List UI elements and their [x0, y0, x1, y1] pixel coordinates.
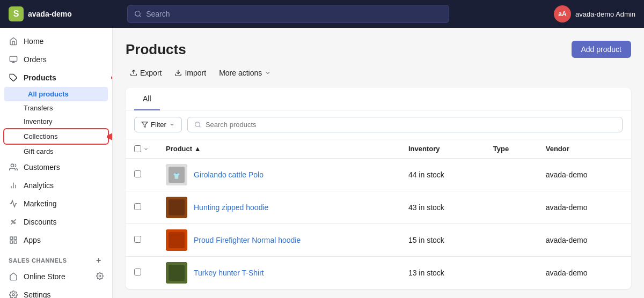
- export-label: Export: [140, 69, 162, 77]
- table-row: Turkey hunter T-Shirt 13 in stock avada-…: [126, 257, 631, 289]
- search-filter[interactable]: [187, 117, 623, 132]
- th-inventory-label: Inventory: [408, 145, 440, 153]
- sidebar-item-products[interactable]: Products: [0, 69, 112, 87]
- main-content: Products Add product Export Import More …: [113, 28, 644, 298]
- svg-text:👕: 👕: [173, 172, 180, 180]
- filter-chevron-icon: [169, 122, 175, 128]
- products-table: Product ▲ Inventory Type Vendor: [126, 139, 631, 289]
- topnav: S avada-demo Search aA avada-demo Admin: [0, 0, 644, 28]
- sidebar-sub-gift-cards[interactable]: Gift cards: [0, 145, 112, 158]
- row-type-cell: [485, 224, 537, 257]
- export-button[interactable]: Export: [126, 66, 166, 79]
- th-type-label: Type: [493, 145, 509, 153]
- row-product-cell: Turkey hunter T-Shirt: [157, 257, 400, 289]
- add-sales-channel-icon[interactable]: +: [94, 256, 104, 265]
- sidebar-item-analytics-label: Analytics: [24, 181, 54, 190]
- products-icon: [9, 73, 18, 83]
- avatar: aA: [554, 5, 571, 23]
- sidebar: Home Orders Products All products Tr: [0, 28, 113, 298]
- import-button[interactable]: Import: [170, 66, 210, 79]
- row-checkbox[interactable]: [134, 170, 141, 177]
- shopify-logo-icon: S: [9, 6, 24, 21]
- online-store-settings-icon[interactable]: [96, 272, 104, 281]
- svg-rect-14: [14, 237, 17, 240]
- row-type-cell: [485, 159, 537, 191]
- sidebar-sub-transfers-label: Transfers: [24, 104, 53, 112]
- svg-line-23: [199, 126, 200, 127]
- table-row: 👕 Girolando cattle Polo 44 in stock avad…: [126, 159, 631, 191]
- chevron-down-icon: [265, 70, 271, 76]
- row-checkbox-cell: [126, 159, 157, 191]
- online-store-icon: [9, 272, 18, 281]
- svg-point-18: [12, 294, 14, 296]
- store-logo[interactable]: S avada-demo: [9, 6, 72, 21]
- row-checkbox-cell: [126, 191, 157, 224]
- th-type: Type: [485, 139, 537, 159]
- row-checkbox[interactable]: [134, 203, 141, 210]
- import-icon: [174, 69, 182, 77]
- row-inventory-cell: 15 in stock: [400, 224, 485, 257]
- th-inventory: Inventory: [400, 139, 485, 159]
- sidebar-sub-collections-label: Collections: [24, 132, 58, 140]
- products-card: All Filter: [126, 88, 631, 289]
- tab-all[interactable]: All: [134, 88, 160, 110]
- product-thumbnail: [166, 262, 187, 284]
- row-type-cell: [485, 257, 537, 289]
- product-link[interactable]: Proud Firefighter Normal hoodie: [194, 236, 301, 244]
- product-link[interactable]: Hunting zipped hoodie: [194, 203, 268, 212]
- select-all-checkbox[interactable]: [134, 145, 141, 152]
- row-vendor-cell: avada-demo: [537, 257, 631, 289]
- svg-rect-28: [169, 199, 185, 215]
- analytics-icon: [9, 181, 18, 190]
- search-box[interactable]: Search: [127, 5, 449, 23]
- sidebar-item-discounts[interactable]: Discounts: [0, 213, 112, 231]
- more-actions-button[interactable]: More actions: [215, 66, 275, 79]
- sidebar-sub-inventory-label: Inventory: [24, 117, 52, 125]
- select-all-chevron[interactable]: [143, 146, 149, 152]
- sidebar-sub-inventory[interactable]: Inventory: [0, 115, 112, 128]
- settings-icon: [9, 290, 18, 298]
- product-link[interactable]: Girolando cattle Polo: [194, 170, 264, 179]
- filter-bar: Filter: [126, 110, 631, 139]
- row-checkbox[interactable]: [134, 269, 141, 275]
- marketing-icon: [9, 199, 18, 208]
- add-product-button[interactable]: Add product: [572, 41, 632, 58]
- inventory-value: 43 in stock: [408, 203, 444, 212]
- table-row: Proud Firefighter Normal hoodie 15 in st…: [126, 224, 631, 257]
- sidebar-sub-collections[interactable]: Collections: [4, 129, 108, 144]
- orders-icon: [9, 55, 18, 64]
- sidebar-item-home[interactable]: Home: [0, 32, 112, 50]
- svg-point-22: [195, 122, 200, 127]
- page-title: Products: [126, 41, 186, 58]
- sidebar-item-analytics[interactable]: Analytics: [0, 176, 112, 195]
- product-thumbnail: [166, 197, 187, 218]
- search-container: Search: [127, 5, 449, 23]
- sidebar-item-customers[interactable]: Customers: [0, 158, 112, 176]
- sidebar-item-apps[interactable]: Apps: [0, 231, 112, 249]
- th-product-label: Product ▲: [166, 145, 201, 153]
- sidebar-item-orders[interactable]: Orders: [0, 50, 112, 69]
- sidebar-sub-transfers[interactable]: Transfers: [0, 101, 112, 115]
- row-vendor-cell: avada-demo: [537, 191, 631, 224]
- discounts-icon: [9, 217, 18, 227]
- sidebar-item-settings[interactable]: Settings: [0, 286, 112, 298]
- row-checkbox[interactable]: [134, 236, 141, 243]
- user-menu[interactable]: aA avada-demo Admin: [554, 5, 635, 23]
- sidebar-item-online-store[interactable]: Online Store: [0, 267, 112, 286]
- sidebar-item-marketing[interactable]: Marketing: [0, 195, 112, 213]
- row-product-cell: Proud Firefighter Normal hoodie: [157, 224, 400, 257]
- svg-rect-16: [14, 241, 17, 243]
- svg-point-17: [99, 275, 101, 277]
- filter-button[interactable]: Filter: [134, 117, 182, 132]
- tabs-bar: All: [126, 88, 631, 110]
- sidebar-sub-all-products[interactable]: All products: [4, 87, 108, 101]
- sidebar-item-settings-label: Settings: [24, 290, 51, 298]
- product-thumbnail: [166, 229, 187, 251]
- toolbar: Export Import More actions: [126, 66, 631, 79]
- store-name: avada-demo: [28, 10, 72, 18]
- row-inventory-cell: 44 in stock: [400, 159, 485, 191]
- product-link[interactable]: Turkey hunter T-Shirt: [194, 269, 264, 277]
- row-product-cell: Hunting zipped hoodie: [157, 191, 400, 224]
- inventory-value: 15 in stock: [408, 236, 444, 244]
- search-products-input[interactable]: [206, 121, 616, 129]
